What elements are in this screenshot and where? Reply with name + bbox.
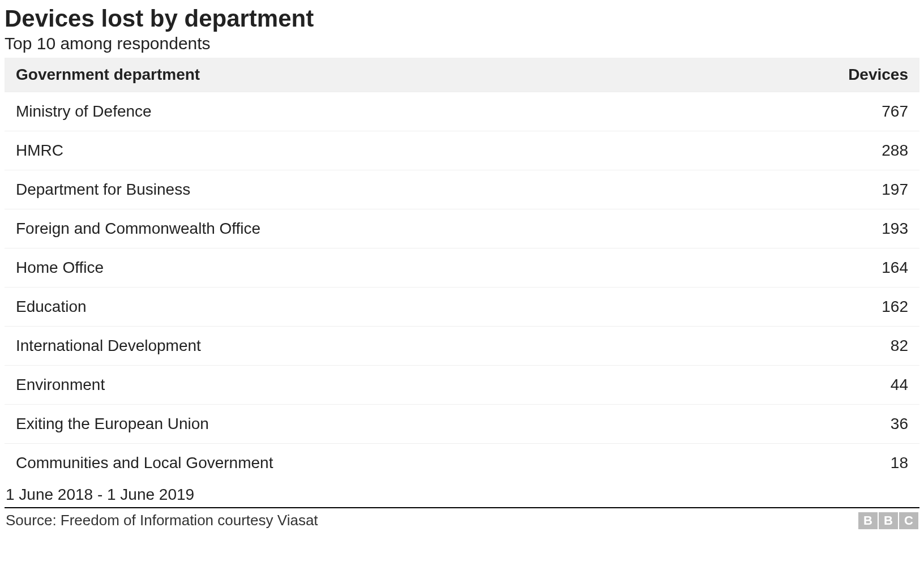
table-row: Environment44: [5, 366, 919, 405]
table-row: Foreign and Commonwealth Office193: [5, 209, 919, 248]
table-row: HMRC288: [5, 131, 919, 170]
cell-devices: 82: [711, 327, 919, 366]
cell-department: HMRC: [5, 131, 711, 170]
cell-devices: 162: [711, 288, 919, 327]
source-text: Source: Freedom of Information courtesy …: [6, 512, 318, 529]
table-row: Department for Business197: [5, 170, 919, 209]
data-table: Government department Devices Ministry o…: [5, 58, 919, 482]
bbc-logo-letter: B: [858, 512, 878, 529]
cell-devices: 767: [711, 92, 919, 131]
cell-department: Ministry of Defence: [5, 92, 711, 131]
col-header-devices: Devices: [711, 58, 919, 92]
cell-devices: 193: [711, 209, 919, 248]
chart-container: Devices lost by department Top 10 among …: [0, 0, 924, 534]
cell-devices: 36: [711, 405, 919, 444]
col-header-department: Government department: [5, 58, 711, 92]
chart-subtitle: Top 10 among respondents: [5, 34, 919, 53]
chart-title: Devices lost by department: [5, 6, 919, 32]
cell-department: International Development: [5, 327, 711, 366]
cell-department: Foreign and Commonwealth Office: [5, 209, 711, 248]
cell-department: Communities and Local Government: [5, 444, 711, 483]
cell-devices: 164: [711, 248, 919, 288]
date-range: 1 June 2018 - 1 June 2019: [5, 486, 919, 508]
bbc-logo-letter: B: [879, 512, 898, 529]
cell-devices: 197: [711, 170, 919, 209]
cell-department: Exiting the European Union: [5, 405, 711, 444]
cell-devices: 18: [711, 444, 919, 483]
bbc-logo-letter: C: [899, 512, 918, 529]
table-row: International Development82: [5, 327, 919, 366]
cell-devices: 288: [711, 131, 919, 170]
table-row: Exiting the European Union36: [5, 405, 919, 444]
cell-department: Education: [5, 288, 711, 327]
table-row: Home Office164: [5, 248, 919, 288]
cell-department: Department for Business: [5, 170, 711, 209]
table-row: Ministry of Defence767: [5, 92, 919, 131]
cell-department: Home Office: [5, 248, 711, 288]
bbc-logo: B B C: [858, 512, 918, 529]
cell-department: Environment: [5, 366, 711, 405]
footer-row: Source: Freedom of Information courtesy …: [5, 512, 919, 529]
table-row: Communities and Local Government18: [5, 444, 919, 483]
cell-devices: 44: [711, 366, 919, 405]
table-header-row: Government department Devices: [5, 58, 919, 92]
table-row: Education162: [5, 288, 919, 327]
